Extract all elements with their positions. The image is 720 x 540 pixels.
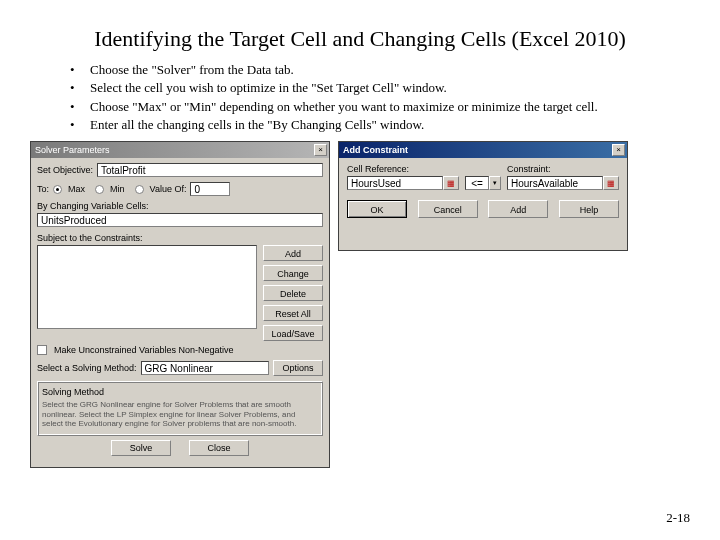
constraints-label: Subject to the Constraints: bbox=[37, 233, 323, 243]
bullet-item: Choose the "Solver" from the Data tab. bbox=[70, 62, 680, 78]
changing-cells-label: By Changing Variable Cells: bbox=[37, 201, 323, 211]
range-picker-icon[interactable]: ▦ bbox=[603, 176, 619, 190]
constraint-label: Constraint: bbox=[507, 164, 619, 174]
bullet-item: Select the cell you wish to optimize in … bbox=[70, 80, 680, 96]
radio-max-label: Max bbox=[68, 184, 85, 194]
cancel-button[interactable]: Cancel bbox=[418, 200, 478, 218]
chevron-down-icon[interactable]: ▾ bbox=[489, 176, 501, 190]
method-select[interactable]: GRG Nonlinear bbox=[141, 361, 269, 375]
solver-parameters-dialog: Solver Parameters × Set Objective: Total… bbox=[30, 141, 330, 468]
add-button[interactable]: Add bbox=[488, 200, 548, 218]
valueof-input[interactable]: 0 bbox=[190, 182, 230, 196]
addc-titlebar[interactable]: Add Constraint × bbox=[339, 142, 627, 158]
addc-window-title: Add Constraint bbox=[343, 145, 408, 155]
nonneg-label: Make Unconstrained Variables Non-Negativ… bbox=[54, 345, 233, 355]
close-icon[interactable]: × bbox=[314, 144, 327, 156]
radio-valueof-label: Value Of: bbox=[150, 184, 187, 194]
radio-max[interactable] bbox=[53, 185, 62, 194]
radio-min-label: Min bbox=[110, 184, 125, 194]
method-desc-text: Select the GRG Nonlinear engine for Solv… bbox=[38, 397, 322, 435]
resetall-button[interactable]: Reset All bbox=[263, 305, 323, 321]
page-number: 2-18 bbox=[666, 510, 690, 526]
solver-titlebar[interactable]: Solver Parameters × bbox=[31, 142, 329, 158]
options-button[interactable]: Options bbox=[273, 360, 323, 376]
delete-button[interactable]: Delete bbox=[263, 285, 323, 301]
solve-button[interactable]: Solve bbox=[111, 440, 171, 456]
radio-valueof[interactable] bbox=[135, 185, 144, 194]
constraints-listbox[interactable] bbox=[37, 245, 257, 329]
set-objective-label: Set Objective: bbox=[37, 165, 93, 175]
cellref-label: Cell Reference: bbox=[347, 164, 459, 174]
close-button[interactable]: Close bbox=[189, 440, 249, 456]
operator-select[interactable]: <= bbox=[465, 176, 489, 190]
loadsave-button[interactable]: Load/Save bbox=[263, 325, 323, 341]
bullet-item: Enter all the changing cells in the "By … bbox=[70, 117, 680, 133]
ok-button[interactable]: OK bbox=[347, 200, 407, 218]
change-button[interactable]: Change bbox=[263, 265, 323, 281]
add-constraint-dialog: Add Constraint × Cell Reference: HoursUs… bbox=[338, 141, 628, 251]
bullet-list: Choose the "Solver" from the Data tab. S… bbox=[0, 60, 720, 141]
changing-cells-input[interactable]: UnitsProduced bbox=[37, 213, 323, 227]
bullet-item: Choose "Max" or "Min" depending on wheth… bbox=[70, 99, 680, 115]
to-label: To: bbox=[37, 184, 49, 194]
method-label: Select a Solving Method: bbox=[37, 363, 137, 373]
page-title: Identifying the Target Cell and Changing… bbox=[0, 0, 720, 60]
constraint-input[interactable]: HoursAvailable bbox=[507, 176, 603, 190]
solver-window-title: Solver Parameters bbox=[35, 145, 110, 155]
add-button[interactable]: Add bbox=[263, 245, 323, 261]
radio-min[interactable] bbox=[95, 185, 104, 194]
close-icon[interactable]: × bbox=[612, 144, 625, 156]
nonneg-checkbox[interactable] bbox=[37, 345, 47, 355]
range-picker-icon[interactable]: ▦ bbox=[443, 176, 459, 190]
help-button[interactable]: Help bbox=[559, 200, 619, 218]
set-objective-input[interactable]: TotalProfit bbox=[97, 163, 323, 177]
cellref-input[interactable]: HoursUsed bbox=[347, 176, 443, 190]
method-desc-heading: Solving Method bbox=[38, 385, 322, 397]
